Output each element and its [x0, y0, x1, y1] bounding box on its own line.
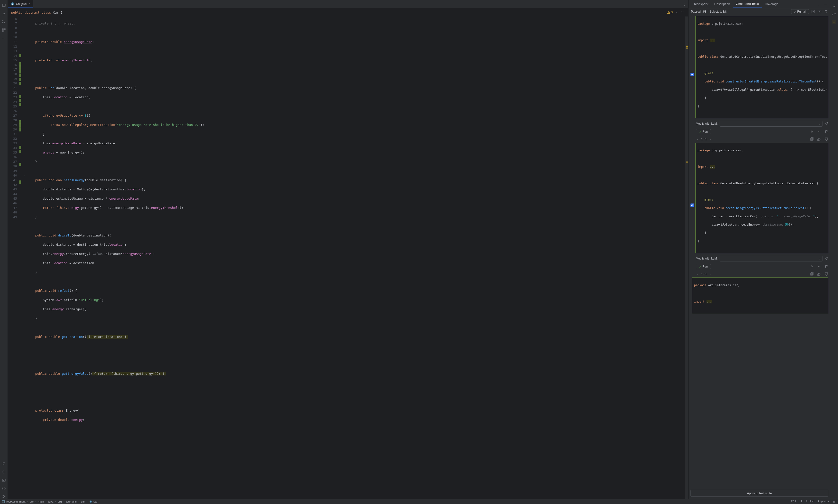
test-checkbox[interactable] [691, 73, 694, 76]
terminal-icon[interactable] [2, 478, 6, 482]
build-icon[interactable] [2, 470, 6, 474]
warnings-badge[interactable]: 3 [667, 11, 673, 14]
notifications-icon[interactable] [832, 3, 836, 7]
line-number-gutter: 6789101112131415161718192021222324252627… [8, 17, 19, 499]
tab-coverage[interactable]: Coverage [762, 0, 781, 8]
vcs-icon[interactable] [2, 495, 6, 499]
thumbs-down-icon[interactable] [824, 272, 828, 276]
copy-icon[interactable] [810, 137, 814, 141]
vcs-gutter [19, 17, 24, 499]
svg-rect-31 [2, 500, 5, 503]
module-icon [2, 500, 5, 503]
maven-logo-icon[interactable]: m [832, 12, 836, 16]
scrollbar-markers[interactable] [685, 17, 688, 499]
test-code-block[interactable]: package org.jetbrains.car; import ... [692, 277, 828, 314]
deselect-all-icon[interactable] [818, 10, 821, 14]
test-card: package org.jetbrains.car; import ... pu… [691, 143, 828, 253]
close-tab-icon[interactable]: ✕ [28, 2, 30, 5]
prev-highlight-icon[interactable]: ︿ [674, 10, 679, 15]
test-code-block[interactable]: package org.jetbrains.car; import ... pu… [695, 16, 828, 119]
fold-icon[interactable]: › [24, 173, 28, 178]
reset-icon[interactable]: ↻ [810, 130, 814, 133]
next-page-icon[interactable]: › [708, 272, 712, 276]
chevron-down-icon[interactable]: ⌄ [819, 257, 821, 260]
prev-page-icon[interactable]: ‹ [696, 272, 700, 276]
select-all-icon[interactable] [811, 10, 815, 14]
delete-all-icon[interactable] [824, 10, 828, 14]
thumbs-up-icon[interactable] [817, 137, 821, 141]
delete-icon[interactable] [824, 130, 828, 133]
svg-point-15 [3, 495, 4, 496]
more-tool-windows-icon[interactable]: ⋯ [2, 36, 6, 40]
delete-icon[interactable] [824, 265, 828, 269]
file-encoding[interactable]: UTF-8 [806, 500, 814, 504]
svg-point-6 [4, 22, 5, 23]
code-editor[interactable]: 6789101112131415161718192021222324252627… [8, 17, 688, 499]
send-icon[interactable] [824, 122, 828, 126]
run-all-button[interactable]: ▷ Run all [791, 9, 809, 14]
fold-gutter: › [24, 17, 28, 499]
modify-input[interactable] [719, 121, 822, 127]
back-icon[interactable]: ← [817, 265, 821, 269]
pull-requests-icon[interactable] [2, 20, 6, 24]
next-highlight-icon[interactable]: ﹀ [680, 10, 685, 15]
panel-more-icon[interactable]: ⋮ [816, 2, 820, 6]
modify-label: Modify with LLM: [696, 257, 718, 260]
svg-rect-8 [4, 29, 5, 30]
breadcrumb[interactable]: TestAssignment› src› main› java› org› je… [2, 500, 97, 503]
play-icon: ▷ [794, 10, 796, 13]
svg-rect-7 [2, 29, 3, 30]
back-icon[interactable]: ← [817, 130, 821, 133]
run-button[interactable]: ▷Run [696, 264, 711, 269]
class-icon: C [89, 500, 92, 503]
modify-input[interactable] [719, 256, 822, 262]
reset-icon[interactable]: ↻ [810, 265, 814, 269]
svg-text:C: C [12, 3, 14, 5]
svg-point-1 [3, 13, 4, 14]
apply-to-suite-button[interactable]: Apply to test suite [691, 490, 828, 497]
pager-row: ‹ 1 / 1 › [691, 136, 828, 143]
pager-row: ‹ 1 / 1 › [691, 271, 828, 277]
next-page-icon[interactable]: › [708, 137, 712, 141]
indent-indicator[interactable]: 4 spaces [818, 500, 829, 504]
editor-pane: C Car.java ✕ ⋮ public abstract class Car… [8, 0, 688, 499]
problems-icon[interactable] [2, 487, 6, 490]
svg-point-4 [2, 20, 3, 21]
svg-point-30 [834, 22, 834, 22]
play-icon: ▷ [699, 130, 701, 133]
thumbs-up-icon[interactable] [817, 272, 821, 276]
run-row: ▷Run ↻ ← [691, 263, 828, 271]
caret-position[interactable]: 12:1 [791, 500, 796, 504]
tab-testspark[interactable]: TestSpark [691, 0, 711, 8]
thumbs-down-icon[interactable] [824, 137, 828, 141]
svg-point-16 [3, 497, 4, 498]
prev-page-icon[interactable]: ‹ [696, 137, 700, 141]
send-icon[interactable] [824, 256, 828, 261]
testspark-tool-icon[interactable] [832, 20, 836, 24]
bookmarks-icon[interactable] [2, 462, 6, 466]
project-icon[interactable] [2, 3, 6, 7]
code-body[interactable]: private int j, wheel, private double ene… [28, 17, 685, 499]
right-tool-strip: m [830, 0, 838, 499]
file-tab-car[interactable]: C Car.java ✕ [8, 0, 33, 8]
svg-text:C: C [90, 501, 91, 502]
svg-rect-0 [2, 4, 5, 6]
structure-icon[interactable] [2, 28, 6, 32]
commit-icon[interactable] [2, 12, 6, 16]
svg-rect-11 [2, 479, 5, 482]
svg-rect-9 [2, 31, 3, 32]
tab-generated-tests[interactable]: Generated Tests [733, 0, 762, 8]
warning-icon [667, 11, 670, 14]
tab-description[interactable]: Description [711, 0, 733, 8]
test-code-block[interactable]: package org.jetbrains.car; import ... pu… [695, 143, 828, 253]
run-button[interactable]: ▷Run [696, 129, 711, 134]
tab-more-icon[interactable]: ⋮ [680, 0, 688, 8]
test-checkbox[interactable] [691, 203, 694, 207]
copy-icon[interactable] [810, 272, 814, 276]
chevron-down-icon[interactable]: ⌄ [819, 122, 821, 125]
line-separator[interactable]: LF [800, 500, 803, 504]
readonly-lock-icon[interactable] [832, 500, 836, 504]
tests-scroll-area[interactable]: package org.jetbrains.car; import ... pu… [689, 15, 830, 489]
minimize-icon[interactable]: — [823, 2, 827, 6]
kw: public [11, 11, 22, 14]
